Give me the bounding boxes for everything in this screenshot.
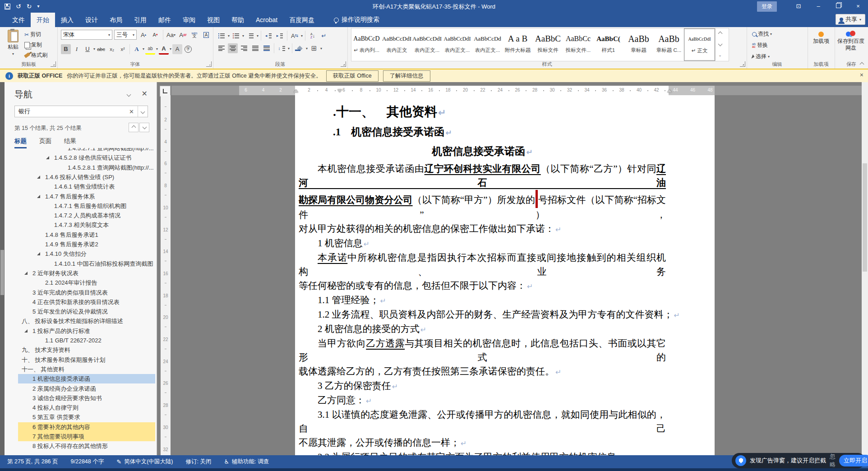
collapse-triangle-icon[interactable] bbox=[24, 272, 28, 275]
next-result-button[interactable] bbox=[139, 123, 149, 132]
select-button[interactable]: 选择▾ bbox=[752, 53, 772, 60]
vertical-ruler[interactable]: 2468101214161820222426283032 bbox=[161, 95, 171, 455]
justify-button[interactable] bbox=[250, 43, 260, 53]
right-indent-marker[interactable] bbox=[667, 89, 672, 92]
style-gallery-item[interactable]: A a B附件大标题 bbox=[503, 28, 533, 61]
style-gallery-item[interactable]: AaBbCc投标文件... bbox=[563, 28, 593, 61]
character-border-button[interactable]: A bbox=[201, 30, 211, 40]
align-left-button[interactable] bbox=[217, 43, 226, 53]
find-button[interactable]: 查找▾ bbox=[752, 30, 772, 38]
style-gallery-item[interactable]: AaBbCcDdI表内正文... bbox=[412, 28, 442, 61]
tab-百度网盘[interactable]: 百度网盘 bbox=[283, 13, 320, 27]
nav-heading-item[interactable]: 1.4.5.2.8 绿色供应链认证证书 bbox=[18, 153, 155, 162]
first-line-indent-marker[interactable] bbox=[337, 89, 342, 92]
nav-heading-item[interactable]: 1.4.6 投标人销售业绩 (SP) bbox=[18, 172, 155, 182]
enclose-characters-button[interactable]: 字 bbox=[183, 44, 193, 54]
font-dialog-launcher-icon[interactable] bbox=[206, 61, 212, 67]
tab-视图[interactable]: 视图 bbox=[201, 13, 226, 27]
nav-heading-item[interactable]: 1.4.10.1 中国石油招标投标网查询截图 bbox=[18, 259, 155, 268]
tab-文件[interactable]: 文件 bbox=[6, 13, 31, 27]
style-gallery-item[interactable]: AaBbCcDdI↵ 正文 bbox=[684, 28, 715, 61]
decrease-indent-button[interactable]: ◂ bbox=[263, 31, 273, 41]
nav-heading-item[interactable]: 6 需要补充的其他内容 bbox=[18, 422, 155, 432]
show-marks-button[interactable]: ↵ bbox=[319, 31, 329, 41]
change-case-button[interactable]: Aa▾ bbox=[166, 30, 176, 40]
font-name-select[interactable]: 宋体▾ bbox=[61, 30, 112, 40]
track-changes-status[interactable]: 修订: 关闭 bbox=[185, 458, 211, 466]
ribbon-display-options-icon[interactable]: ⊡ bbox=[789, 0, 808, 13]
paste-button[interactable]: 粘贴 ▾ bbox=[4, 30, 23, 56]
nav-heading-item[interactable]: 十一、 其他资料 bbox=[18, 365, 155, 374]
nav-heading-item[interactable]: 5 第五章 供货要求 bbox=[18, 412, 155, 422]
clear-formatting-button[interactable]: A bbox=[178, 30, 188, 40]
numbering-button[interactable] bbox=[231, 31, 241, 41]
bold-button[interactable]: B bbox=[61, 44, 71, 54]
style-gallery-item[interactable]: AaBb章标题 bbox=[623, 28, 654, 61]
search-options-dropdown[interactable] bbox=[138, 106, 148, 117]
format-painter-button[interactable]: 格式刷 bbox=[24, 51, 47, 59]
proofing-status[interactable]: ✎简体中文(中国大陆) bbox=[116, 458, 173, 466]
nav-heading-item[interactable]: 5 近年发生的诉讼及仲裁情况 bbox=[18, 307, 155, 316]
paragraph-dialog-launcher-icon[interactable] bbox=[341, 61, 346, 67]
close-warning-icon[interactable]: × bbox=[860, 71, 863, 78]
style-gallery-item[interactable]: AaBbCcDdI表内正文 bbox=[382, 28, 412, 61]
chevron-down-icon[interactable] bbox=[127, 92, 131, 97]
tab-布局[interactable]: 布局 bbox=[104, 13, 128, 27]
style-gallery-item[interactable]: AaBbCcDd表内正文... bbox=[472, 28, 503, 61]
nav-heading-item[interactable]: 1.4.6.1 销售业绩统计表 bbox=[18, 182, 155, 191]
nav-heading-item[interactable]: 1.4.9 售后服务承诺2 bbox=[18, 240, 155, 249]
cut-button[interactable]: ✂剪切 bbox=[24, 31, 47, 38]
font-size-select[interactable]: 三号▾ bbox=[114, 30, 137, 40]
restore-icon[interactable] bbox=[828, 0, 848, 13]
nav-heading-item[interactable]: 八、 投标设备技术性能指标的详细描述 bbox=[18, 316, 155, 326]
hanging-indent-marker[interactable] bbox=[294, 89, 298, 92]
nav-heading-item[interactable]: 7 其他需要说明事项 bbox=[18, 432, 155, 441]
italic-button[interactable]: I bbox=[72, 44, 82, 54]
nav-heading-item[interactable]: 1.4.7.3 相关制度文本 bbox=[18, 220, 155, 230]
learn-more-button[interactable]: 了解详细信息 bbox=[383, 70, 430, 82]
nav-heading-item[interactable]: 3 诚信合规经营要求告知书 bbox=[18, 393, 155, 403]
collapse-triangle-icon[interactable] bbox=[24, 329, 28, 332]
nav-heading-item[interactable]: 8 投标人不得存在的其他情形 bbox=[18, 441, 155, 451]
nav-heading-item[interactable]: 1.1 GB/T 22627-2022 bbox=[18, 336, 155, 345]
multilevel-list-button[interactable] bbox=[245, 31, 255, 41]
collapse-triangle-icon[interactable] bbox=[37, 195, 40, 198]
tell-me-search[interactable]: 操作说明搜索 bbox=[334, 13, 379, 27]
nav-heading-item[interactable]: 1 机密信息接受承诺函 bbox=[18, 374, 155, 383]
style-gallery-item[interactable]: AaBbC(样式1 bbox=[593, 28, 623, 61]
page-indicator[interactable]: 第 275 页, 共 286 页 bbox=[7, 458, 58, 466]
phonetic-guide-button[interactable]: wén文 bbox=[189, 30, 199, 40]
subscript-button[interactable]: x₂ bbox=[107, 44, 117, 54]
nav-tab-标题[interactable]: 标题 bbox=[14, 137, 27, 148]
ignore-button[interactable]: 忽略 bbox=[830, 453, 836, 469]
nav-heading-item[interactable]: 1.4.5.2.7.1 查询网站截图(http://... bbox=[18, 148, 155, 153]
tab-邮件[interactable]: 邮件 bbox=[152, 13, 177, 27]
enable-now-button[interactable]: 立即开启 bbox=[839, 455, 868, 466]
addins-button[interactable]: 加载项 bbox=[809, 32, 833, 44]
nav-heading-item[interactable]: 2.1 2024年审计报告 bbox=[18, 278, 155, 287]
accessibility-status[interactable]: ♿辅助功能: 调查 bbox=[224, 458, 269, 466]
distribute-button[interactable] bbox=[262, 43, 272, 53]
nav-heading-item[interactable]: 九、 技术支持资料 bbox=[18, 345, 155, 355]
scrollbar-thumb[interactable] bbox=[0, 250, 4, 295]
sort-button[interactable]: AZ↓ bbox=[308, 31, 318, 41]
nav-heading-item[interactable]: 4 投标人自律守则 bbox=[18, 403, 155, 412]
nav-heading-item[interactable]: 1.4.10 失信扣分 bbox=[18, 249, 155, 259]
clipboard-dialog-launcher-icon[interactable] bbox=[51, 61, 56, 67]
underline-button[interactable]: U bbox=[83, 44, 92, 54]
nav-tab-结果[interactable]: 结果 bbox=[64, 137, 76, 148]
document-page[interactable]: .十一、 其他资料↵.1 机密信息接受承诺函↵机密信息接受承诺函↵本机密信息接受… bbox=[295, 95, 715, 455]
borders-button[interactable]: ⊞ bbox=[309, 43, 319, 53]
signin-button[interactable]: 登录 bbox=[757, 1, 777, 12]
horizontal-ruler[interactable]: 6422468101214161820222426283032343638404… bbox=[171, 86, 868, 95]
align-right-button[interactable] bbox=[239, 43, 249, 53]
font-color-button[interactable]: A bbox=[159, 43, 169, 55]
highlight-color-button[interactable]: ab bbox=[145, 43, 155, 55]
minimize-icon[interactable]: – bbox=[808, 0, 828, 13]
character-shading-button[interactable]: A bbox=[172, 44, 182, 54]
get-genuine-office-button[interactable]: 获取正版 Office bbox=[326, 70, 379, 82]
nav-heading-item[interactable]: 1.4.5.2.8.1 查询网站截图(http://... bbox=[18, 163, 155, 172]
line-spacing-button[interactable]: ↕ bbox=[277, 43, 286, 53]
copy-button[interactable]: 复制 bbox=[24, 41, 47, 49]
share-button[interactable]: 共享 ▾ bbox=[836, 14, 865, 25]
